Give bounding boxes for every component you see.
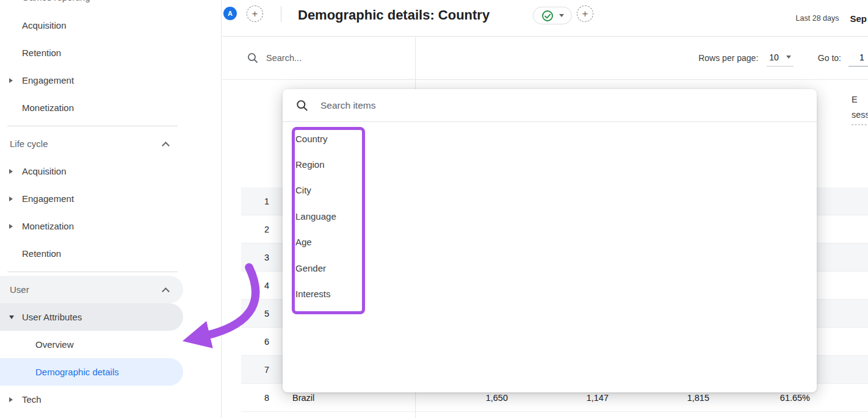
report-nav-sidebar: Games reporting Acquisition Retention En… bbox=[0, 0, 222, 418]
sidebar-item-lifecycle-acquisition[interactable]: Acquisition bbox=[0, 157, 221, 185]
sidebar-item-tech[interactable]: Tech bbox=[0, 386, 221, 413]
header-divider bbox=[281, 6, 281, 22]
dimension-option-interests[interactable]: Interests bbox=[283, 281, 817, 306]
section-label: User bbox=[10, 284, 29, 295]
search-icon bbox=[296, 99, 308, 112]
dimension-search-row bbox=[283, 89, 817, 122]
sidebar-item-label: Retention bbox=[22, 48, 61, 58]
expand-arrow-icon[interactable] bbox=[9, 169, 13, 174]
date-range-label[interactable]: Last 28 days bbox=[796, 14, 839, 23]
add-metric-button[interactable]: + bbox=[577, 5, 593, 22]
sidebar-item-label: Tech bbox=[22, 394, 42, 405]
pagination-controls: Rows per page: 10 Go to: bbox=[698, 50, 868, 67]
metric-value: 61.65% bbox=[709, 393, 810, 403]
add-report-button[interactable]: + bbox=[247, 5, 263, 22]
sidebar-item-overview[interactable]: Overview bbox=[0, 331, 221, 358]
dimension-option-language[interactable]: Language bbox=[283, 203, 817, 229]
expand-arrow-icon[interactable] bbox=[9, 397, 13, 402]
table-search-input[interactable] bbox=[266, 53, 382, 63]
sidebar-item-lifecycle-monetization[interactable]: Monetization bbox=[0, 212, 221, 240]
metric-value: 1,650 bbox=[415, 393, 508, 403]
status-check-icon bbox=[541, 10, 554, 22]
sidebar-item-label: Engagement bbox=[22, 193, 74, 204]
sidebar-item-games-reporting[interactable]: Games reporting bbox=[22, 0, 90, 2]
expand-arrow-icon[interactable] bbox=[9, 224, 13, 229]
sidebar-item-lifecycle-retention[interactable]: Retention bbox=[0, 240, 221, 267]
date-range-area: Last 28 days Sep bbox=[796, 0, 867, 37]
sidebar-item-label: Monetization bbox=[22, 103, 74, 113]
sidebar-divider bbox=[7, 272, 178, 272]
engaged-sessions-column-header[interactable]: E sess bbox=[852, 92, 868, 125]
sidebar-item-label: Demographic details bbox=[35, 367, 119, 377]
dimension-value: Brazil bbox=[292, 393, 415, 403]
dimension-option-region[interactable]: Region bbox=[283, 151, 817, 177]
expand-arrow-icon[interactable] bbox=[9, 78, 13, 83]
sidebar-item-acquisition[interactable]: Acquisition bbox=[0, 12, 221, 39]
sidebar-item-label: Acquisition bbox=[22, 20, 67, 31]
sidebar-section-life-cycle[interactable]: Life cycle bbox=[0, 130, 221, 157]
dropdown-caret-icon bbox=[559, 14, 564, 17]
goto-page-input[interactable] bbox=[848, 50, 868, 67]
table-toolbar: Rows per page: 10 Go to: bbox=[222, 37, 868, 80]
avatar[interactable]: A bbox=[223, 7, 237, 20]
date-range-value[interactable]: Sep bbox=[850, 13, 867, 24]
screen: { "colors": { "accent_blue": "#1a73e8", … bbox=[0, 0, 868, 418]
report-status-button[interactable] bbox=[533, 7, 572, 24]
sidebar-section-user[interactable]: User bbox=[0, 276, 183, 303]
sidebar-item-user-attributes[interactable]: User Attributes bbox=[0, 303, 183, 331]
page-title: Demographic details: Country bbox=[298, 7, 490, 23]
table-search bbox=[247, 52, 382, 63]
sidebar-item-demographic-details[interactable]: Demographic details bbox=[0, 358, 183, 386]
sidebar-item-retention[interactable]: Retention bbox=[0, 39, 221, 67]
row-number: 8 bbox=[241, 393, 292, 403]
rows-per-page-label: Rows per page: bbox=[698, 53, 758, 63]
dimension-option-list: Country Region City Language Age Gender … bbox=[283, 122, 817, 307]
goto-label: Go to: bbox=[818, 53, 841, 63]
sidebar-item-lifecycle-engagement[interactable]: Engagement bbox=[0, 185, 221, 212]
rows-per-page-value: 10 bbox=[769, 52, 779, 62]
rows-per-page-select[interactable]: 10 bbox=[767, 50, 794, 67]
collapse-arrow-icon[interactable] bbox=[9, 315, 14, 319]
dimension-option-city[interactable]: City bbox=[283, 178, 817, 203]
sidebar-item-label: Overview bbox=[35, 339, 74, 350]
column-header-line2: sess bbox=[852, 107, 868, 125]
metric-value: 1,815 bbox=[609, 393, 709, 403]
dropdown-caret-icon bbox=[786, 56, 791, 59]
collapse-chevron-icon[interactable] bbox=[162, 287, 170, 295]
dimension-picker-dialog: Country Region City Language Age Gender … bbox=[283, 89, 817, 392]
dimension-option-country[interactable]: Country bbox=[283, 126, 817, 151]
sidebar-item-engagement[interactable]: Engagement bbox=[0, 67, 221, 94]
app-header: A + Demographic details: Country + Last … bbox=[222, 0, 868, 37]
expand-arrow-icon[interactable] bbox=[9, 196, 13, 201]
sidebar-item-label: User Attributes bbox=[22, 312, 82, 322]
dimension-option-age[interactable]: Age bbox=[283, 229, 817, 255]
column-header-line1: E bbox=[852, 92, 868, 107]
dimension-search-input[interactable] bbox=[320, 100, 577, 111]
metric-value: 1,147 bbox=[508, 393, 609, 403]
sidebar-item-monetization[interactable]: Monetization bbox=[0, 94, 221, 121]
sidebar-divider bbox=[7, 126, 178, 126]
section-label: Life cycle bbox=[10, 139, 48, 149]
sidebar-item-label: Engagement bbox=[22, 75, 74, 85]
sidebar-item-label: Monetization bbox=[22, 221, 74, 231]
sidebar-item-label: Acquisition bbox=[22, 166, 67, 176]
collapse-chevron-icon[interactable] bbox=[162, 142, 170, 150]
search-icon bbox=[247, 52, 258, 63]
dimension-option-gender[interactable]: Gender bbox=[283, 255, 817, 281]
sidebar-item-label: Retention bbox=[22, 248, 61, 259]
